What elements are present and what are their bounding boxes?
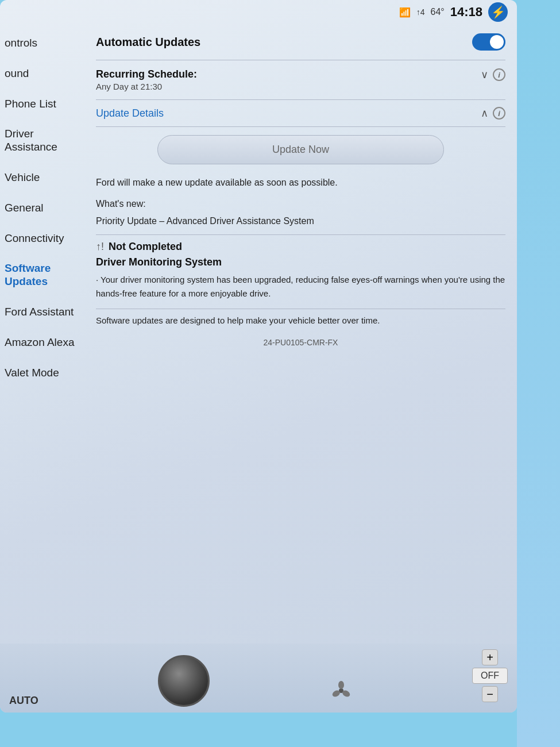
ford-description: Ford will make a new update available as…: [96, 170, 505, 195]
main-layout: ontrols ound Phone List Driver Assistanc…: [0, 23, 517, 644]
recurring-schedule-row: Recurring Schedule: Any Day at 21:30 ∨ i: [96, 63, 505, 97]
auto-updates-row: Automatic Updates: [96, 29, 505, 57]
sidebar-item-connectivity[interactable]: Connectivity: [0, 224, 89, 253]
sidebar-item-driver-assistance[interactable]: Driver Assistance: [0, 120, 89, 162]
divider-4: [96, 234, 505, 235]
auto-updates-label: Automatic Updates: [96, 36, 200, 49]
divider-1: [96, 60, 505, 60]
update-details-right: ∧ i: [481, 107, 505, 120]
content-area: Automatic Updates Recurring Schedule: An…: [89, 23, 517, 644]
sidebar-item-sound[interactable]: ound: [0, 59, 89, 88]
schedule-label: Recurring Schedule:: [96, 68, 481, 80]
sidebar-item-amazon-alexa[interactable]: Amazon Alexa: [0, 328, 89, 357]
status-bar: 📶 ↑4 64° 14:18 ⚡: [0, 0, 517, 23]
update-details-row: Update Details ∧ i: [96, 102, 505, 124]
whats-new-label: What's new:: [96, 195, 505, 213]
svg-point-1: [338, 681, 344, 689]
not-completed-icon: ↑!: [96, 241, 104, 253]
wifi-icon: 📶: [399, 7, 411, 18]
bolt-icon: ⚡: [488, 2, 508, 22]
sidebar-item-controls[interactable]: ontrols: [0, 29, 89, 58]
signal-icon: ↑4: [416, 7, 425, 17]
sidebar-item-vehicle[interactable]: Vehicle: [0, 163, 89, 192]
auto-label: AUTO: [9, 695, 38, 707]
chevron-down-icon[interactable]: ∨: [481, 68, 488, 81]
info-icon-2[interactable]: i: [493, 107, 505, 120]
off-controls: + OFF −: [472, 649, 508, 702]
auto-updates-toggle[interactable]: [472, 33, 505, 51]
software-updates-note: Software updates are designed to help ma…: [96, 309, 505, 333]
info-icon-1[interactable]: i: [493, 68, 505, 81]
version-code: 24-PU0105-CMR-FX: [96, 333, 505, 349]
driver-monitoring-title: Driver Monitoring System: [96, 255, 505, 273]
sidebar-item-general[interactable]: General: [0, 194, 89, 223]
fan-icon[interactable]: [330, 679, 353, 702]
schedule-text: Recurring Schedule: Any Day at 21:30: [96, 68, 481, 91]
toggle-knob: [490, 35, 504, 49]
off-label: OFF: [472, 668, 508, 684]
sidebar-item-phone-list[interactable]: Phone List: [0, 90, 89, 119]
not-completed-row: ↑! Not Completed: [96, 237, 505, 255]
sidebar-item-valet-mode[interactable]: Valet Mode: [0, 359, 89, 388]
update-details-link[interactable]: Update Details: [96, 107, 164, 120]
sidebar-item-software-updates[interactable]: Software Updates: [0, 254, 89, 297]
driver-monitoring-desc: · Your driver monitoring system has been…: [96, 273, 505, 306]
auto-text: AUTO: [9, 695, 38, 706]
divider-3: [96, 126, 505, 127]
ac-controls: [330, 679, 353, 702]
schedule-right: ∨ i: [481, 68, 505, 81]
plus-button[interactable]: +: [482, 649, 498, 665]
time-display: 14:18: [450, 5, 482, 20]
bottom-bar: AUTO + OFF −: [0, 644, 517, 713]
main-screen: 📶 ↑4 64° 14:18 ⚡ ontrols ound Phone List…: [0, 0, 517, 713]
not-completed-label: Not Completed: [109, 241, 182, 253]
temperature-display: 64°: [431, 7, 445, 17]
sidebar-item-ford-assistant[interactable]: Ford Assistant: [0, 298, 89, 327]
divider-2: [96, 99, 505, 100]
priority-update-label: Priority Update – Advanced Driver Assist…: [96, 213, 505, 232]
chevron-up-icon[interactable]: ∧: [481, 107, 488, 120]
volume-knob[interactable]: [158, 655, 210, 707]
minus-button[interactable]: −: [482, 686, 498, 702]
update-now-button[interactable]: Update Now: [157, 135, 444, 164]
schedule-value: Any Day at 21:30: [96, 82, 481, 91]
sidebar: ontrols ound Phone List Driver Assistanc…: [0, 23, 89, 644]
